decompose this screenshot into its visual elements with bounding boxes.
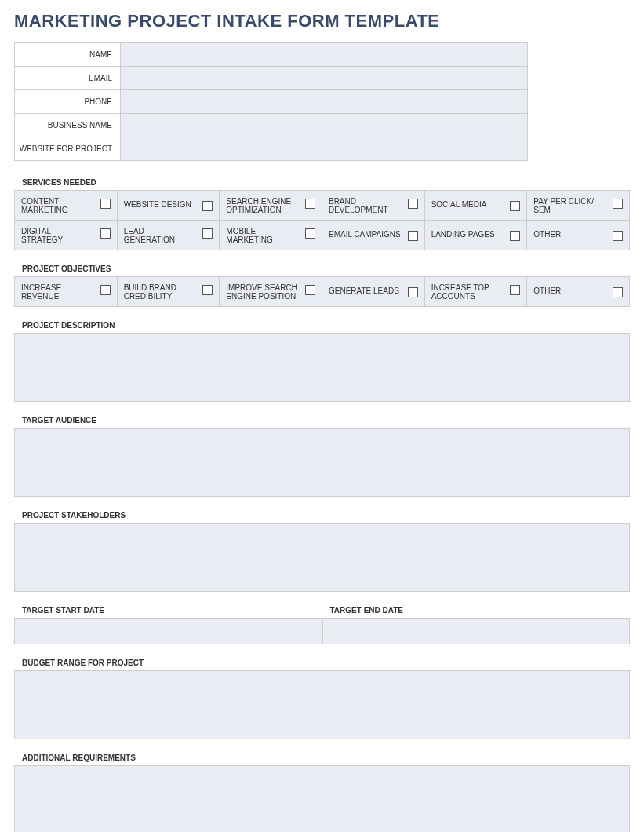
service-label: MOBILE MARKETING — [226, 227, 300, 244]
checkbox-social-media[interactable] — [510, 201, 520, 211]
checkbox-mobile-marketing[interactable] — [305, 228, 315, 239]
checkbox-top-accounts[interactable] — [510, 285, 520, 295]
checkbox-landing-pages[interactable] — [510, 231, 520, 241]
objective-label: OTHER — [533, 286, 607, 295]
objectives-header: PROJECT OBJECTIVES — [14, 261, 630, 276]
label-name: NAME — [15, 43, 121, 67]
stakeholders-input[interactable] — [14, 523, 630, 592]
checkbox-lead-generation[interactable] — [202, 228, 213, 239]
checkbox-search-position[interactable] — [305, 285, 315, 295]
description-input[interactable] — [14, 333, 630, 402]
checkbox-email-campaigns[interactable] — [408, 231, 418, 241]
service-label: OTHER — [533, 230, 607, 239]
service-label: SOCIAL MEDIA — [431, 200, 505, 209]
checkbox-content-marketing[interactable] — [100, 199, 111, 209]
checkbox-generate-leads[interactable] — [408, 287, 418, 297]
service-label: BRAND DEVELOPMENT — [329, 197, 402, 214]
audience-input[interactable] — [14, 428, 630, 497]
service-label: LEAD GENERATION — [124, 227, 198, 244]
date-row: TARGET START DATE TARGET END DATE — [14, 603, 630, 644]
service-label: WEBSITE DESIGN — [124, 200, 198, 209]
budget-header: BUDGET RANGE FOR PROJECT — [14, 655, 630, 670]
stakeholders-header: PROJECT STAKEHOLDERS — [14, 508, 630, 523]
service-label: EMAIL CAMPAIGNS — [329, 230, 402, 239]
label-email: EMAIL — [15, 67, 121, 90]
description-header: PROJECT DESCRIPTION — [14, 318, 630, 333]
service-label: DIGITAL STRATEGY — [21, 227, 95, 244]
checkbox-seo[interactable] — [305, 199, 315, 209]
service-label: SEARCH ENGINE OPTIMIZATION — [226, 197, 300, 214]
input-email[interactable] — [121, 67, 528, 90]
form-title: MARKETING PROJECT INTAKE FORM TEMPLATE — [14, 11, 630, 31]
checkbox-objective-other[interactable] — [613, 287, 623, 297]
services-table: CONTENT MARKETING WEBSITE DESIGN SEARCH … — [14, 190, 630, 250]
label-website: WEBSITE FOR PROJECT — [15, 137, 121, 161]
service-label: LANDING PAGES — [431, 230, 505, 239]
label-business-name: BUSINESS NAME — [15, 114, 121, 137]
objective-label: INCREASE TOP ACCOUNTS — [431, 283, 505, 301]
objective-label: GENERATE LEADS — [329, 286, 402, 295]
start-date-header: TARGET START DATE — [14, 603, 322, 618]
additional-header: ADDITIONAL REQUIREMENTS — [14, 750, 630, 765]
checkbox-digital-strategy[interactable] — [100, 228, 111, 239]
input-website[interactable] — [121, 137, 528, 161]
input-phone[interactable] — [121, 90, 528, 114]
checkbox-ppc-sem[interactable] — [613, 199, 623, 209]
checkbox-increase-revenue[interactable] — [100, 285, 111, 295]
objective-label: IMPROVE SEARCH ENGINE POSITION — [226, 283, 300, 301]
input-name[interactable] — [121, 43, 528, 67]
checkbox-website-design[interactable] — [202, 201, 213, 211]
input-business-name[interactable] — [121, 114, 528, 137]
objectives-table: INCREASE REVENUE BUILD BRAND CREDIBILITY… — [14, 276, 630, 307]
end-date-input[interactable] — [322, 618, 631, 644]
checkbox-service-other[interactable] — [613, 231, 623, 241]
info-table: NAME EMAIL PHONE BUSINESS NAME WEBSITE F… — [14, 42, 528, 161]
budget-input[interactable] — [14, 670, 630, 739]
audience-header: TARGET AUDIENCE — [14, 413, 630, 428]
additional-input[interactable] — [14, 765, 630, 832]
label-phone: PHONE — [15, 90, 121, 114]
objective-label: BUILD BRAND CREDIBILITY — [124, 283, 198, 301]
checkbox-brand-credibility[interactable] — [202, 285, 213, 295]
end-date-header: TARGET END DATE — [322, 603, 631, 618]
service-label: CONTENT MARKETING — [21, 197, 95, 214]
services-header: SERVICES NEEDED — [14, 175, 630, 190]
service-label: PAY PER CLICK/ SEM — [533, 197, 607, 214]
objective-label: INCREASE REVENUE — [21, 283, 95, 301]
checkbox-brand-development[interactable] — [408, 199, 418, 209]
start-date-input[interactable] — [14, 618, 322, 644]
